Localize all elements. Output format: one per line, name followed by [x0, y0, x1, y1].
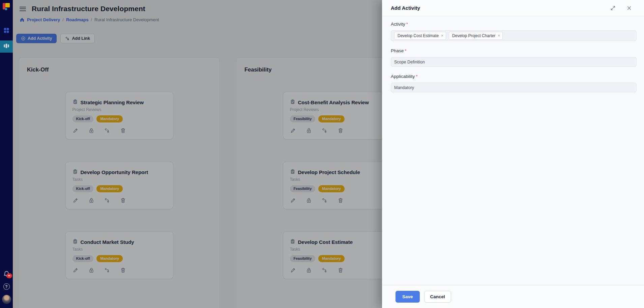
save-button[interactable]: Save	[396, 291, 420, 303]
drawer-footer: Save Cancel	[382, 285, 644, 308]
phase-field-label: Phase*	[391, 48, 637, 53]
activity-field-label: Activity*	[391, 22, 637, 27]
drawer-body: Activity* Develop Cost Estimate×Develop …	[382, 16, 644, 285]
dashboard-grid-icon	[3, 27, 9, 35]
required-asterisk: *	[416, 74, 417, 79]
selected-activity-chip: Develop Cost Estimate×	[394, 32, 446, 40]
app-logo[interactable]	[3, 3, 10, 11]
drawer-header: Add Activity	[382, 0, 644, 16]
drawer-title: Add Activity	[391, 5, 420, 11]
roadmap-icon	[3, 43, 10, 51]
applicability-field-label: Applicability*	[391, 74, 637, 79]
logo-teal-shape	[5, 8, 7, 10]
activity-multiselect[interactable]: Develop Cost Estimate×Develop Project Ch…	[391, 30, 637, 41]
notifications-button[interactable]: ∞	[3, 270, 10, 278]
sidebar-nav	[0, 25, 13, 53]
cancel-button[interactable]: Cancel	[424, 291, 451, 303]
sidebar-bottom: ∞ ?	[2, 270, 11, 308]
chip-label: Develop Cost Estimate	[398, 33, 439, 38]
selected-activity-chip: Develop Project Charter×	[449, 32, 503, 40]
help-icon[interactable]: ?	[3, 283, 10, 290]
avatar[interactable]	[2, 295, 11, 304]
chip-remove-icon[interactable]: ×	[441, 34, 443, 38]
expand-icon[interactable]	[610, 5, 616, 11]
required-asterisk: *	[406, 22, 408, 27]
applicability-select[interactable]: Mandatory	[391, 83, 637, 92]
sidebar-item-dashboard[interactable]	[0, 25, 13, 37]
phase-select[interactable]: Scope Definition	[391, 57, 637, 67]
notification-badge: ∞	[6, 273, 12, 278]
app-root: ∞ ? Rural Infrastructure Development Pro…	[0, 0, 644, 308]
required-asterisk: *	[405, 48, 406, 53]
chip-label: Develop Project Charter	[452, 33, 495, 38]
close-icon[interactable]	[626, 5, 632, 11]
sidebar: ∞ ?	[0, 0, 13, 308]
logo-yellow-shape	[5, 3, 10, 7]
sidebar-item-roadmaps[interactable]	[0, 40, 13, 53]
add-activity-drawer: Add Activity Activity* Develop Cost Esti…	[382, 0, 644, 308]
chip-remove-icon[interactable]: ×	[498, 34, 500, 38]
